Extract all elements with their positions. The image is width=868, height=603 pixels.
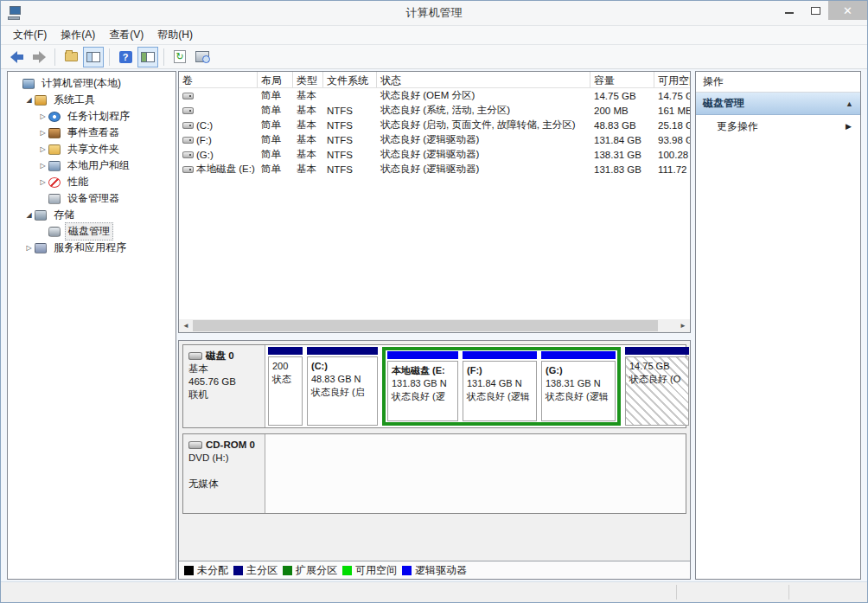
back-button[interactable] [6,47,27,67]
title-bar: 计算机管理 ✕ [1,1,867,25]
cdrom-0-info[interactable]: CD-ROM 0 DVD (H:) 无媒体 [183,434,265,513]
volume-status: 状态良好 (OEM 分区) [377,89,590,102]
partition[interactable]: 本地磁盘 (E: 131.83 GB N 状态良好 (逻 [387,351,458,421]
tree-item[interactable]: ◢ 存储 [10,207,174,223]
legend-bar: 未分配 主分区 扩展分区 [179,561,690,579]
maximize-button[interactable] [802,1,828,20]
folder-icon [65,52,78,61]
menu-item[interactable]: 查看(V) [102,26,150,44]
tree-item[interactable]: ◢ 系统工具 [10,92,174,108]
partition-color-band [268,347,303,355]
device-manager-icon [48,194,61,204]
status-bar [1,581,867,602]
partition-status: 状态良好 (逻辑 [546,390,611,403]
tree-expander-icon[interactable]: ◢ [23,211,35,219]
horizontal-scrollbar[interactable]: ◄ ► [179,319,690,332]
partition-name: (G:) [546,364,611,377]
column-header-status[interactable]: 状态 [377,72,590,87]
tree-item[interactable]: 设备管理器 [10,190,174,207]
tree-expander-icon[interactable]: ▷ [23,244,35,252]
volume-row[interactable]: (G:) 简单 基本 NTFS 状态良好 (逻辑驱动器) 138.31 GB 1… [179,147,690,162]
volume-free-space: 93.98 G [654,135,691,145]
tree-expander-icon[interactable]: ◢ [23,96,35,104]
column-header-layout[interactable]: 布局 [258,72,293,87]
volume-status: 状态良好 (启动, 页面文件, 故障转储, 主分区) [377,119,590,132]
tree-item[interactable]: 磁盘管理 [10,223,174,240]
actions-pane-title: 操作 [696,72,860,93]
partition-name: (C:) [311,360,373,373]
tree-expander-icon[interactable]: ▷ [37,178,48,186]
disk-management-section-header[interactable]: 磁盘管理 ▲ [696,93,860,115]
partition-size: 14.75 GB [629,360,685,373]
volume-capacity: 131.83 GB [590,164,654,175]
help-icon: ? [119,51,132,63]
scrollbar-thumb[interactable] [193,320,658,331]
disk-0-name: 磁盘 0 [206,350,234,362]
disk-0-status: 联机 [188,388,259,401]
scroll-left-icon[interactable]: ◄ [179,322,193,330]
scroll-right-icon[interactable]: ► [676,322,690,330]
more-actions-item[interactable]: 更多操作 ▶ [696,115,860,138]
volume-row[interactable]: 本地磁盘 (E:) 简单 基本 NTFS 状态良好 (逻辑驱动器) 131.83… [179,162,690,176]
tree-item[interactable]: ▷ 事件查看器 [10,125,174,141]
partition[interactable]: (G:) 138.31 GB N 状态良好 (逻辑 [541,351,616,421]
volume-row[interactable]: 简单 基本 NTFS 状态良好 (系统, 活动, 主分区) 200 MB 161… [179,103,690,118]
partition[interactable]: 14.75 GB 状态良好 (O [625,347,689,426]
menu-item[interactable]: 文件(F) [6,26,54,44]
legend-label: 扩展分区 [296,563,337,578]
tree-expander-icon[interactable]: ▷ [37,129,48,137]
shared-folders-icon [48,144,61,155]
minimize-button[interactable] [776,1,802,20]
tree-expander-icon[interactable]: ▷ [37,162,48,170]
tree-item[interactable]: ▷ 服务和应用程序 [10,240,174,256]
column-header-type[interactable]: 类型 [293,72,323,87]
collapse-icon[interactable]: ▲ [846,99,853,108]
tree-item-label: 任务计划程序 [65,108,132,125]
tree-item-label: 计算机管理(本地) [39,75,124,92]
forward-button[interactable] [29,47,49,67]
partition[interactable]: 200 状态 [268,347,303,426]
volume-row[interactable]: (C:) 简单 基本 NTFS 状态良好 (启动, 页面文件, 故障转储, 主分… [179,118,690,132]
volume-layout: 简单 [258,163,293,176]
partition[interactable]: (F:) 131.84 GB N 状态良好 (逻辑 [463,351,537,421]
window-title: 计算机管理 [1,5,867,21]
tree-item[interactable]: ▷ 性能 [10,174,174,190]
cdrom-0-media-area[interactable] [265,434,686,513]
tree-item[interactable]: ▷ 共享文件夹 [10,141,174,157]
disk-0-size: 465.76 GB [188,375,259,388]
refresh-button[interactable]: ↻ [169,47,190,67]
event-viewer-icon [48,128,61,138]
volume-icon [182,107,194,114]
column-header-free-space[interactable]: 可用空间 [654,72,691,87]
tree-expander-icon[interactable]: ▷ [37,145,48,153]
menu-item[interactable]: 帮助(H) [150,26,200,44]
tree-expander-icon[interactable]: ▷ [37,112,48,120]
volume-row[interactable]: (F:) 简单 基本 NTFS 状态良好 (逻辑驱动器) 131.84 GB 9… [179,132,690,147]
volume-free-space: 25.18 G [654,120,691,131]
column-header-volume[interactable]: 卷 [179,72,258,87]
help-button[interactable]: ? [115,47,136,67]
volume-row[interactable]: 简单 基本 状态良好 (OEM 分区) 14.75 GB 14.75 G [179,88,690,103]
volume-icon [182,122,194,129]
column-header-capacity[interactable]: 容量 [590,72,654,87]
menu-item[interactable]: 操作(A) [54,26,102,44]
center-pane: 卷 布局 类型 文件系统 状态 容量 可用空间 简单 基本 [178,71,691,580]
disk-0-info[interactable]: 磁盘 0 基本 465.76 GB 联机 [183,345,265,427]
volume-status: 状态良好 (逻辑驱动器) [377,133,590,146]
close-button[interactable]: ✕ [828,1,867,20]
tree-item[interactable]: ▷ 本地用户和组 [10,157,174,174]
export-list-button[interactable] [61,47,81,67]
tree-item-label: 共享文件夹 [65,141,122,157]
column-header-filesystem[interactable]: 文件系统 [323,72,377,87]
partition[interactable]: (C:) 48.83 GB N 状态良好 (启 [307,347,378,426]
legend-swatch [184,566,194,575]
rescan-disks-button[interactable] [192,47,213,67]
tree-item-label: 设备管理器 [65,190,122,207]
show-console-tree-button[interactable] [83,47,104,67]
tree-item-label: 磁盘管理 [65,222,113,241]
status-bar-separator [788,585,789,600]
tree-item-label: 事件查看器 [65,125,122,141]
tree-item[interactable]: ▷ 任务计划程序 [10,108,174,125]
tree-item[interactable]: 计算机管理(本地) [10,75,174,92]
show-action-pane-button[interactable] [137,47,158,67]
